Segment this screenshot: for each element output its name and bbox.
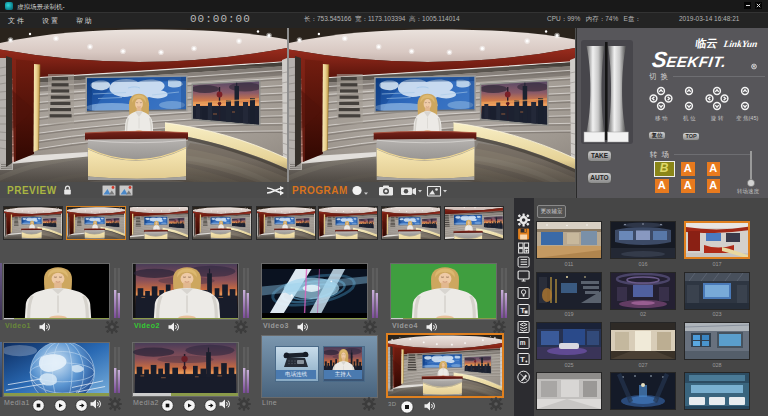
svg-text:变 焦(45): 变 焦(45) [736,115,758,122]
svg-text:R: R [753,64,756,69]
svg-text:LinkYun: LinkYun [722,38,758,49]
svg-text:m: m [520,339,526,346]
svg-text:移 动: 移 动 [655,115,668,122]
svg-text:T: T [520,355,525,364]
svg-text:EEKFIT.: EEKFIT. [665,53,727,70]
svg-text:机 位: 机 位 [683,115,696,122]
svg-text:旋 转: 旋 转 [710,115,724,122]
svg-text:临云: 临云 [695,38,719,50]
svg-text:T: T [520,306,525,315]
